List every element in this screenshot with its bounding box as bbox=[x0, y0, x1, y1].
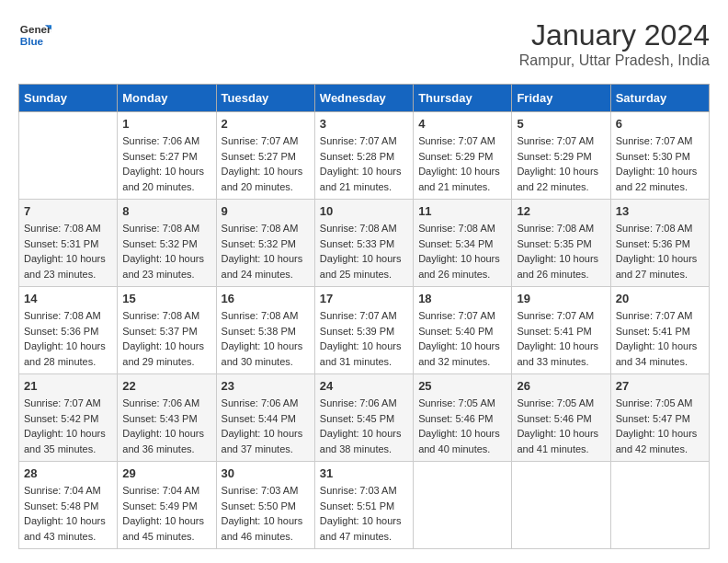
calendar-day: 23Sunrise: 7:06 AM Sunset: 5:44 PM Dayli… bbox=[216, 374, 314, 462]
calendar-day bbox=[19, 112, 118, 200]
calendar-day: 28Sunrise: 7:04 AM Sunset: 5:48 PM Dayli… bbox=[19, 462, 118, 549]
day-info: Sunrise: 7:07 AM Sunset: 5:28 PM Dayligh… bbox=[320, 133, 408, 194]
day-number: 29 bbox=[122, 466, 210, 480]
header-day: Tuesday bbox=[216, 85, 314, 112]
day-info: Sunrise: 7:08 AM Sunset: 5:33 PM Dayligh… bbox=[320, 221, 408, 282]
logo: General Blue bbox=[18, 18, 51, 52]
header-day: Sunday bbox=[19, 85, 118, 112]
day-info: Sunrise: 7:08 AM Sunset: 5:38 PM Dayligh… bbox=[222, 308, 310, 369]
day-info: Sunrise: 7:06 AM Sunset: 5:44 PM Dayligh… bbox=[222, 396, 310, 456]
day-number: 17 bbox=[320, 292, 408, 305]
day-number: 6 bbox=[616, 117, 704, 131]
calendar-day: 4Sunrise: 7:07 AM Sunset: 5:29 PM Daylig… bbox=[414, 112, 512, 200]
title-section: January 2024 Rampur, Uttar Pradesh, Indi… bbox=[519, 18, 710, 69]
header-day: Thursday bbox=[414, 85, 512, 112]
day-info: Sunrise: 7:08 AM Sunset: 5:35 PM Dayligh… bbox=[517, 221, 605, 282]
calendar-week: 28Sunrise: 7:04 AM Sunset: 5:48 PM Dayli… bbox=[19, 462, 710, 549]
calendar-week: 1Sunrise: 7:06 AM Sunset: 5:27 PM Daylig… bbox=[19, 112, 710, 200]
day-info: Sunrise: 7:08 AM Sunset: 5:37 PM Dayligh… bbox=[122, 308, 210, 369]
day-number: 12 bbox=[517, 204, 605, 218]
day-number: 4 bbox=[418, 117, 506, 131]
day-info: Sunrise: 7:07 AM Sunset: 5:41 PM Dayligh… bbox=[517, 308, 605, 369]
calendar-day: 14Sunrise: 7:08 AM Sunset: 5:36 PM Dayli… bbox=[19, 287, 118, 374]
day-number: 16 bbox=[222, 292, 310, 305]
day-info: Sunrise: 7:08 AM Sunset: 5:34 PM Dayligh… bbox=[418, 221, 506, 282]
calendar-day bbox=[414, 462, 512, 549]
calendar-day: 16Sunrise: 7:08 AM Sunset: 5:38 PM Dayli… bbox=[216, 287, 314, 374]
day-info: Sunrise: 7:07 AM Sunset: 5:42 PM Dayligh… bbox=[24, 396, 112, 456]
day-info: Sunrise: 7:04 AM Sunset: 5:49 PM Dayligh… bbox=[122, 483, 210, 544]
day-number: 7 bbox=[24, 204, 112, 218]
header-day: Friday bbox=[512, 85, 610, 112]
header-row: SundayMondayTuesdayWednesdayThursdayFrid… bbox=[19, 85, 710, 112]
calendar-day: 21Sunrise: 7:07 AM Sunset: 5:42 PM Dayli… bbox=[19, 374, 118, 462]
calendar-week: 21Sunrise: 7:07 AM Sunset: 5:42 PM Dayli… bbox=[19, 374, 710, 462]
day-info: Sunrise: 7:07 AM Sunset: 5:30 PM Dayligh… bbox=[616, 133, 704, 194]
day-number: 30 bbox=[222, 466, 310, 480]
day-info: Sunrise: 7:08 AM Sunset: 5:36 PM Dayligh… bbox=[616, 221, 704, 282]
header-day: Saturday bbox=[610, 85, 709, 112]
day-number: 15 bbox=[122, 292, 210, 305]
svg-text:General: General bbox=[20, 23, 51, 35]
day-info: Sunrise: 7:06 AM Sunset: 5:27 PM Dayligh… bbox=[122, 133, 210, 194]
day-info: Sunrise: 7:07 AM Sunset: 5:41 PM Dayligh… bbox=[616, 308, 704, 369]
day-info: Sunrise: 7:03 AM Sunset: 5:51 PM Dayligh… bbox=[320, 483, 408, 544]
calendar-day: 6Sunrise: 7:07 AM Sunset: 5:30 PM Daylig… bbox=[610, 112, 709, 200]
calendar-day: 12Sunrise: 7:08 AM Sunset: 5:35 PM Dayli… bbox=[512, 200, 610, 287]
day-info: Sunrise: 7:07 AM Sunset: 5:29 PM Dayligh… bbox=[517, 133, 605, 194]
day-info: Sunrise: 7:05 AM Sunset: 5:46 PM Dayligh… bbox=[517, 396, 605, 456]
day-number: 3 bbox=[320, 117, 408, 131]
calendar-day bbox=[512, 462, 610, 549]
calendar-body: 1Sunrise: 7:06 AM Sunset: 5:27 PM Daylig… bbox=[19, 112, 710, 549]
calendar-day: 5Sunrise: 7:07 AM Sunset: 5:29 PM Daylig… bbox=[512, 112, 610, 200]
day-number: 9 bbox=[222, 204, 310, 218]
calendar-day bbox=[610, 462, 709, 549]
calendar-day: 26Sunrise: 7:05 AM Sunset: 5:46 PM Dayli… bbox=[512, 374, 610, 462]
day-info: Sunrise: 7:03 AM Sunset: 5:50 PM Dayligh… bbox=[222, 483, 310, 544]
day-number: 8 bbox=[122, 204, 210, 218]
day-info: Sunrise: 7:07 AM Sunset: 5:27 PM Dayligh… bbox=[222, 133, 310, 194]
calendar-day: 18Sunrise: 7:07 AM Sunset: 5:40 PM Dayli… bbox=[414, 287, 512, 374]
day-info: Sunrise: 7:05 AM Sunset: 5:47 PM Dayligh… bbox=[616, 396, 704, 456]
day-info: Sunrise: 7:07 AM Sunset: 5:40 PM Dayligh… bbox=[418, 308, 506, 369]
calendar-day: 9Sunrise: 7:08 AM Sunset: 5:32 PM Daylig… bbox=[216, 200, 314, 287]
day-info: Sunrise: 7:04 AM Sunset: 5:48 PM Dayligh… bbox=[24, 483, 112, 544]
calendar-day: 8Sunrise: 7:08 AM Sunset: 5:32 PM Daylig… bbox=[118, 200, 216, 287]
calendar-day: 3Sunrise: 7:07 AM Sunset: 5:28 PM Daylig… bbox=[314, 112, 413, 200]
day-number: 13 bbox=[616, 204, 704, 218]
calendar-day: 2Sunrise: 7:07 AM Sunset: 5:27 PM Daylig… bbox=[216, 112, 314, 200]
day-number: 27 bbox=[616, 379, 704, 393]
calendar-day: 24Sunrise: 7:06 AM Sunset: 5:45 PM Dayli… bbox=[314, 374, 413, 462]
day-number: 25 bbox=[418, 379, 506, 393]
day-info: Sunrise: 7:08 AM Sunset: 5:31 PM Dayligh… bbox=[24, 221, 112, 282]
day-info: Sunrise: 7:08 AM Sunset: 5:32 PM Dayligh… bbox=[222, 221, 310, 282]
day-number: 1 bbox=[122, 117, 210, 131]
calendar-day: 25Sunrise: 7:05 AM Sunset: 5:46 PM Dayli… bbox=[414, 374, 512, 462]
calendar-day: 15Sunrise: 7:08 AM Sunset: 5:37 PM Dayli… bbox=[118, 287, 216, 374]
day-number: 28 bbox=[24, 466, 112, 480]
calendar-day: 17Sunrise: 7:07 AM Sunset: 5:39 PM Dayli… bbox=[314, 287, 413, 374]
calendar-day: 31Sunrise: 7:03 AM Sunset: 5:51 PM Dayli… bbox=[314, 462, 413, 549]
calendar-day: 13Sunrise: 7:08 AM Sunset: 5:36 PM Dayli… bbox=[610, 200, 709, 287]
day-number: 11 bbox=[418, 204, 506, 218]
day-number: 22 bbox=[122, 379, 210, 393]
calendar-week: 7Sunrise: 7:08 AM Sunset: 5:31 PM Daylig… bbox=[19, 200, 710, 287]
day-info: Sunrise: 7:08 AM Sunset: 5:32 PM Dayligh… bbox=[122, 221, 210, 282]
day-number: 2 bbox=[222, 117, 310, 131]
day-number: 19 bbox=[517, 292, 605, 305]
header-day: Wednesday bbox=[314, 85, 413, 112]
calendar-day: 27Sunrise: 7:05 AM Sunset: 5:47 PM Dayli… bbox=[610, 374, 709, 462]
calendar-week: 14Sunrise: 7:08 AM Sunset: 5:36 PM Dayli… bbox=[19, 287, 710, 374]
page-header: General Blue January 2024 Rampur, Uttar … bbox=[18, 18, 710, 69]
day-number: 20 bbox=[616, 292, 704, 305]
calendar-day: 1Sunrise: 7:06 AM Sunset: 5:27 PM Daylig… bbox=[118, 112, 216, 200]
logo-icon: General Blue bbox=[18, 18, 51, 52]
calendar-table: SundayMondayTuesdayWednesdayThursdayFrid… bbox=[18, 84, 710, 549]
calendar-day: 22Sunrise: 7:06 AM Sunset: 5:43 PM Dayli… bbox=[118, 374, 216, 462]
calendar-day: 20Sunrise: 7:07 AM Sunset: 5:41 PM Dayli… bbox=[610, 287, 709, 374]
day-info: Sunrise: 7:06 AM Sunset: 5:45 PM Dayligh… bbox=[320, 396, 408, 456]
day-number: 14 bbox=[24, 292, 112, 305]
header-day: Monday bbox=[118, 85, 216, 112]
calendar-day: 30Sunrise: 7:03 AM Sunset: 5:50 PM Dayli… bbox=[216, 462, 314, 549]
calendar-day: 10Sunrise: 7:08 AM Sunset: 5:33 PM Dayli… bbox=[314, 200, 413, 287]
